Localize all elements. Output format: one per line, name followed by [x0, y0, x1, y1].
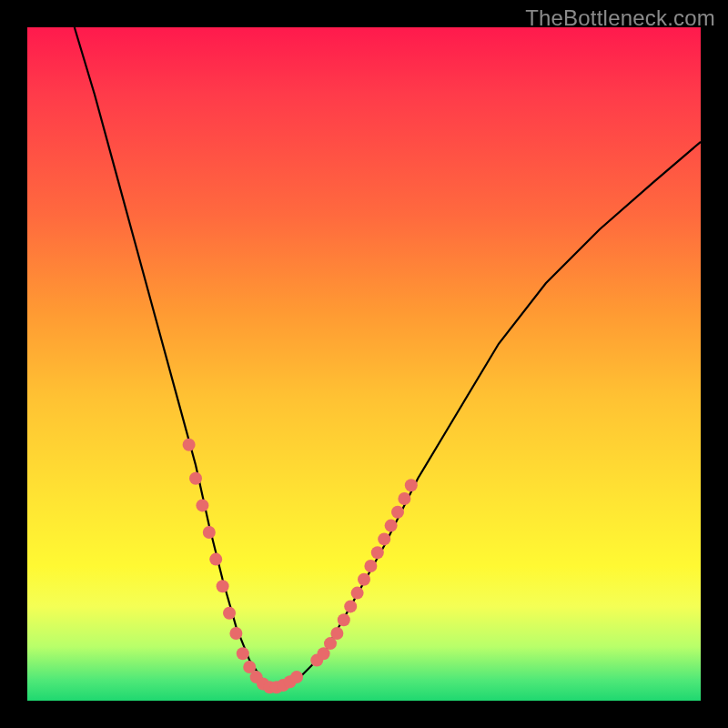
- marker-dot: [290, 671, 303, 683]
- marker-dot: [217, 580, 229, 592]
- marker-dot: [344, 600, 357, 612]
- marker-dot: [196, 499, 208, 511]
- chart-svg: [27, 27, 701, 701]
- marker-dot: [398, 492, 410, 505]
- marker-dot: [338, 613, 350, 626]
- marker-dot: [183, 439, 196, 451]
- marker-dot: [358, 573, 370, 586]
- marker-dot: [330, 627, 343, 640]
- marker-dot: [391, 506, 404, 519]
- marker-dot: [385, 520, 398, 532]
- marker-dot: [237, 647, 249, 660]
- highlight-dots: [183, 439, 418, 693]
- plot-area: [27, 27, 701, 701]
- marker-dot: [189, 472, 202, 485]
- marker-dot: [378, 532, 390, 545]
- marker-dot: [364, 560, 377, 572]
- marker-dot: [203, 526, 216, 539]
- marker-dot: [405, 479, 418, 491]
- marker-dot: [209, 553, 222, 566]
- marker-dot: [229, 627, 242, 640]
- watermark-text: TheBottleneck.com: [525, 5, 715, 31]
- bottleneck-curve: [75, 27, 701, 687]
- marker-dot: [351, 587, 364, 600]
- marker-dot: [371, 546, 384, 559]
- outer-frame: TheBottleneck.com: [0, 0, 728, 728]
- marker-dot: [223, 607, 236, 620]
